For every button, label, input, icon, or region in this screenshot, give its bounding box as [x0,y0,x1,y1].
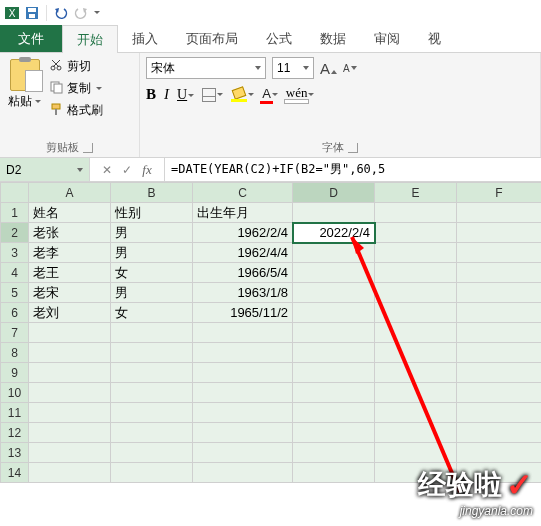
paste-dropdown-icon[interactable] [35,100,41,103]
cell[interactable] [293,303,375,323]
font-name-select[interactable]: 宋体 [146,57,266,79]
cell[interactable]: 老王 [29,263,111,283]
cell[interactable] [111,343,193,363]
cell[interactable] [457,343,542,363]
fill-color-button[interactable] [231,88,247,102]
cell[interactable] [111,403,193,423]
italic-button[interactable]: I [164,86,169,103]
cell[interactable] [457,363,542,383]
cell[interactable]: 老张 [29,223,111,243]
row-header[interactable]: 7 [1,323,29,343]
cell[interactable] [293,283,375,303]
cell[interactable]: 男 [111,243,193,263]
cell[interactable] [193,343,293,363]
cell[interactable] [375,203,457,223]
fontcolor-dropdown-icon[interactable] [272,93,278,96]
copy-button[interactable]: 复制 [47,79,105,98]
tab-review[interactable]: 审阅 [360,25,414,52]
cancel-icon[interactable]: ✕ [102,163,112,177]
cell[interactable] [293,263,375,283]
cell[interactable] [375,363,457,383]
borders-dropdown-icon[interactable] [217,93,223,96]
cell[interactable] [193,443,293,463]
cell[interactable] [193,423,293,443]
cell[interactable] [375,243,457,263]
cell[interactable] [293,203,375,223]
cell[interactable] [375,343,457,363]
col-header[interactable]: B [111,183,193,203]
row-header[interactable]: 4 [1,263,29,283]
tab-home[interactable]: 开始 [62,25,118,53]
tab-page-layout[interactable]: 页面布局 [172,25,252,52]
cell[interactable] [375,403,457,423]
cell[interactable] [457,403,542,423]
bold-button[interactable]: B [146,86,156,103]
redo-icon[interactable] [73,5,89,21]
qat-dropdown-icon[interactable] [94,11,100,14]
cell[interactable] [457,443,542,463]
cell[interactable] [193,383,293,403]
font-color-button[interactable]: A [262,86,271,104]
cell[interactable] [457,323,542,343]
tab-insert[interactable]: 插入 [118,25,172,52]
cell[interactable] [111,363,193,383]
cell[interactable]: 男 [111,283,193,303]
cell[interactable] [457,463,542,483]
cell[interactable] [293,443,375,463]
col-header[interactable]: D [293,183,375,203]
cell[interactable]: 老李 [29,243,111,263]
cell[interactable] [29,423,111,443]
tab-view[interactable]: 视 [414,25,455,52]
underline-dropdown-icon[interactable] [188,94,194,97]
cell[interactable] [375,223,457,243]
formula-bar[interactable]: =DATE(YEAR(C2)+IF(B2="男",60,5 [165,158,541,181]
tab-file[interactable]: 文件 [0,25,62,52]
cell[interactable]: 老宋 [29,283,111,303]
phonetic-button[interactable]: wén [286,85,308,104]
fill-dropdown-icon[interactable] [248,93,254,96]
cell[interactable] [111,323,193,343]
cell[interactable] [293,463,375,483]
cell[interactable] [193,463,293,483]
cell[interactable] [193,323,293,343]
cell[interactable] [375,443,457,463]
cell[interactable] [29,463,111,483]
cell[interactable] [111,383,193,403]
tab-data[interactable]: 数据 [306,25,360,52]
cell[interactable] [111,423,193,443]
cell[interactable]: 1966/5/4 [193,263,293,283]
fx-icon[interactable]: fx [142,162,151,178]
name-box[interactable]: D2 [0,158,90,181]
cell[interactable] [293,363,375,383]
row-header[interactable]: 2 [1,223,29,243]
clipboard-launcher-icon[interactable] [83,143,93,153]
cell[interactable] [29,343,111,363]
cut-button[interactable]: 剪切 [47,57,105,76]
cell[interactable] [375,383,457,403]
row-header[interactable]: 13 [1,443,29,463]
font-size-select[interactable]: 11 [272,57,314,79]
col-header[interactable]: A [29,183,111,203]
cell[interactable] [375,323,457,343]
cell[interactable] [293,423,375,443]
cell[interactable] [293,243,375,263]
cell[interactable] [457,283,542,303]
row-header[interactable]: 1 [1,203,29,223]
cell[interactable] [375,463,457,483]
cell[interactable] [457,223,542,243]
save-icon[interactable] [24,5,40,21]
row-header[interactable]: 9 [1,363,29,383]
row-header[interactable]: 10 [1,383,29,403]
cell[interactable]: 男 [111,223,193,243]
grow-font-button[interactable]: A [320,60,337,77]
cell[interactable] [375,303,457,323]
cell[interactable]: 1963/1/8 [193,283,293,303]
active-cell[interactable]: 2022/2/4 [293,223,375,243]
row-header[interactable]: 14 [1,463,29,483]
cell[interactable] [29,403,111,423]
cell[interactable] [375,263,457,283]
cell[interactable] [375,283,457,303]
cell[interactable] [457,203,542,223]
cell[interactable] [457,383,542,403]
cell[interactable] [29,363,111,383]
